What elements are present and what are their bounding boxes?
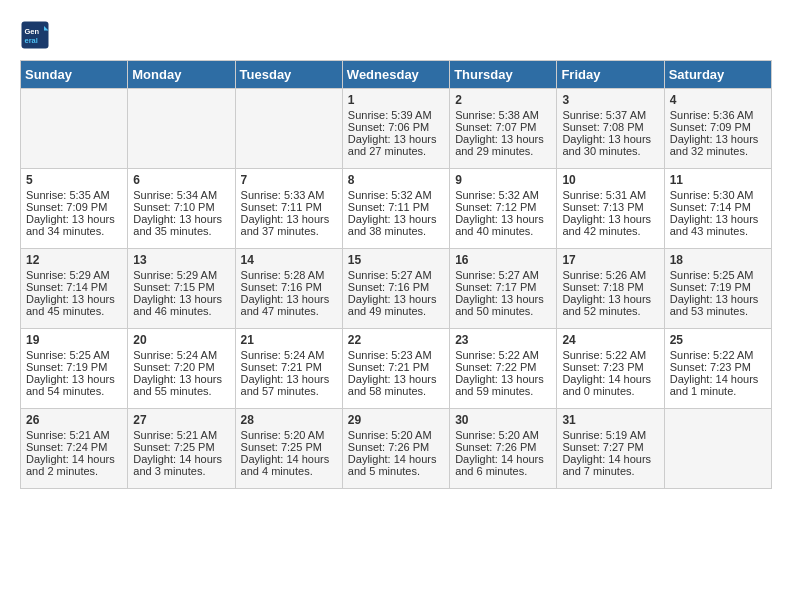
calendar-cell: 27Sunrise: 5:21 AMSunset: 7:25 PMDayligh…	[128, 409, 235, 489]
sunrise-text: Sunrise: 5:33 AM	[241, 189, 337, 201]
sunset-text: Sunset: 7:14 PM	[670, 201, 766, 213]
calendar-cell: 24Sunrise: 5:22 AMSunset: 7:23 PMDayligh…	[557, 329, 664, 409]
daylight-text: Daylight: 13 hours and 32 minutes.	[670, 133, 766, 157]
weekday-header: Wednesday	[342, 61, 449, 89]
calendar-cell	[235, 89, 342, 169]
calendar-cell: 13Sunrise: 5:29 AMSunset: 7:15 PMDayligh…	[128, 249, 235, 329]
daylight-text: Daylight: 13 hours and 29 minutes.	[455, 133, 551, 157]
calendar-cell: 10Sunrise: 5:31 AMSunset: 7:13 PMDayligh…	[557, 169, 664, 249]
sunrise-text: Sunrise: 5:22 AM	[562, 349, 658, 361]
daylight-text: Daylight: 13 hours and 47 minutes.	[241, 293, 337, 317]
calendar-cell: 8Sunrise: 5:32 AMSunset: 7:11 PMDaylight…	[342, 169, 449, 249]
sunrise-text: Sunrise: 5:20 AM	[455, 429, 551, 441]
calendar-cell: 14Sunrise: 5:28 AMSunset: 7:16 PMDayligh…	[235, 249, 342, 329]
day-number: 6	[133, 173, 229, 187]
calendar-cell: 4Sunrise: 5:36 AMSunset: 7:09 PMDaylight…	[664, 89, 771, 169]
calendar-cell: 25Sunrise: 5:22 AMSunset: 7:23 PMDayligh…	[664, 329, 771, 409]
daylight-text: Daylight: 13 hours and 59 minutes.	[455, 373, 551, 397]
calendar-cell: 11Sunrise: 5:30 AMSunset: 7:14 PMDayligh…	[664, 169, 771, 249]
daylight-text: Daylight: 14 hours and 0 minutes.	[562, 373, 658, 397]
sunrise-text: Sunrise: 5:27 AM	[455, 269, 551, 281]
day-number: 21	[241, 333, 337, 347]
daylight-text: Daylight: 13 hours and 54 minutes.	[26, 373, 122, 397]
calendar-cell: 20Sunrise: 5:24 AMSunset: 7:20 PMDayligh…	[128, 329, 235, 409]
daylight-text: Daylight: 13 hours and 30 minutes.	[562, 133, 658, 157]
day-number: 12	[26, 253, 122, 267]
page-header: Gen eral	[20, 20, 772, 50]
daylight-text: Daylight: 14 hours and 4 minutes.	[241, 453, 337, 477]
sunset-text: Sunset: 7:14 PM	[26, 281, 122, 293]
daylight-text: Daylight: 13 hours and 58 minutes.	[348, 373, 444, 397]
sunrise-text: Sunrise: 5:34 AM	[133, 189, 229, 201]
daylight-text: Daylight: 14 hours and 1 minute.	[670, 373, 766, 397]
sunset-text: Sunset: 7:16 PM	[348, 281, 444, 293]
calendar-cell: 17Sunrise: 5:26 AMSunset: 7:18 PMDayligh…	[557, 249, 664, 329]
sunrise-text: Sunrise: 5:38 AM	[455, 109, 551, 121]
day-number: 8	[348, 173, 444, 187]
sunset-text: Sunset: 7:23 PM	[670, 361, 766, 373]
calendar-cell: 7Sunrise: 5:33 AMSunset: 7:11 PMDaylight…	[235, 169, 342, 249]
calendar-cell: 26Sunrise: 5:21 AMSunset: 7:24 PMDayligh…	[21, 409, 128, 489]
day-number: 31	[562, 413, 658, 427]
day-number: 11	[670, 173, 766, 187]
day-number: 30	[455, 413, 551, 427]
daylight-text: Daylight: 13 hours and 49 minutes.	[348, 293, 444, 317]
sunrise-text: Sunrise: 5:21 AM	[26, 429, 122, 441]
sunset-text: Sunset: 7:15 PM	[133, 281, 229, 293]
daylight-text: Daylight: 14 hours and 3 minutes.	[133, 453, 229, 477]
calendar-cell: 2Sunrise: 5:38 AMSunset: 7:07 PMDaylight…	[450, 89, 557, 169]
sunrise-text: Sunrise: 5:29 AM	[133, 269, 229, 281]
sunrise-text: Sunrise: 5:36 AM	[670, 109, 766, 121]
day-number: 14	[241, 253, 337, 267]
daylight-text: Daylight: 13 hours and 46 minutes.	[133, 293, 229, 317]
day-number: 18	[670, 253, 766, 267]
day-number: 5	[26, 173, 122, 187]
sunrise-text: Sunrise: 5:31 AM	[562, 189, 658, 201]
sunset-text: Sunset: 7:09 PM	[26, 201, 122, 213]
sunset-text: Sunset: 7:11 PM	[348, 201, 444, 213]
calendar-week-row: 12Sunrise: 5:29 AMSunset: 7:14 PMDayligh…	[21, 249, 772, 329]
logo-icon: Gen eral	[20, 20, 50, 50]
daylight-text: Daylight: 13 hours and 35 minutes.	[133, 213, 229, 237]
sunset-text: Sunset: 7:09 PM	[670, 121, 766, 133]
daylight-text: Daylight: 13 hours and 50 minutes.	[455, 293, 551, 317]
sunset-text: Sunset: 7:21 PM	[241, 361, 337, 373]
calendar-cell: 15Sunrise: 5:27 AMSunset: 7:16 PMDayligh…	[342, 249, 449, 329]
calendar-cell: 1Sunrise: 5:39 AMSunset: 7:06 PMDaylight…	[342, 89, 449, 169]
daylight-text: Daylight: 13 hours and 40 minutes.	[455, 213, 551, 237]
daylight-text: Daylight: 13 hours and 55 minutes.	[133, 373, 229, 397]
sunset-text: Sunset: 7:17 PM	[455, 281, 551, 293]
daylight-text: Daylight: 14 hours and 6 minutes.	[455, 453, 551, 477]
day-number: 17	[562, 253, 658, 267]
sunrise-text: Sunrise: 5:20 AM	[241, 429, 337, 441]
day-number: 29	[348, 413, 444, 427]
calendar-cell: 16Sunrise: 5:27 AMSunset: 7:17 PMDayligh…	[450, 249, 557, 329]
day-number: 3	[562, 93, 658, 107]
sunrise-text: Sunrise: 5:25 AM	[26, 349, 122, 361]
calendar-table: SundayMondayTuesdayWednesdayThursdayFrid…	[20, 60, 772, 489]
sunset-text: Sunset: 7:22 PM	[455, 361, 551, 373]
day-number: 9	[455, 173, 551, 187]
day-number: 16	[455, 253, 551, 267]
sunrise-text: Sunrise: 5:32 AM	[455, 189, 551, 201]
sunrise-text: Sunrise: 5:39 AM	[348, 109, 444, 121]
calendar-cell: 9Sunrise: 5:32 AMSunset: 7:12 PMDaylight…	[450, 169, 557, 249]
sunset-text: Sunset: 7:26 PM	[455, 441, 551, 453]
sunset-text: Sunset: 7:19 PM	[26, 361, 122, 373]
sunrise-text: Sunrise: 5:22 AM	[670, 349, 766, 361]
calendar-cell: 18Sunrise: 5:25 AMSunset: 7:19 PMDayligh…	[664, 249, 771, 329]
day-number: 15	[348, 253, 444, 267]
sunset-text: Sunset: 7:08 PM	[562, 121, 658, 133]
day-number: 2	[455, 93, 551, 107]
daylight-text: Daylight: 13 hours and 52 minutes.	[562, 293, 658, 317]
sunrise-text: Sunrise: 5:37 AM	[562, 109, 658, 121]
calendar-week-row: 1Sunrise: 5:39 AMSunset: 7:06 PMDaylight…	[21, 89, 772, 169]
sunset-text: Sunset: 7:07 PM	[455, 121, 551, 133]
sunrise-text: Sunrise: 5:28 AM	[241, 269, 337, 281]
daylight-text: Daylight: 13 hours and 57 minutes.	[241, 373, 337, 397]
sunset-text: Sunset: 7:25 PM	[241, 441, 337, 453]
sunset-text: Sunset: 7:16 PM	[241, 281, 337, 293]
sunrise-text: Sunrise: 5:22 AM	[455, 349, 551, 361]
calendar-cell: 5Sunrise: 5:35 AMSunset: 7:09 PMDaylight…	[21, 169, 128, 249]
calendar-cell	[21, 89, 128, 169]
